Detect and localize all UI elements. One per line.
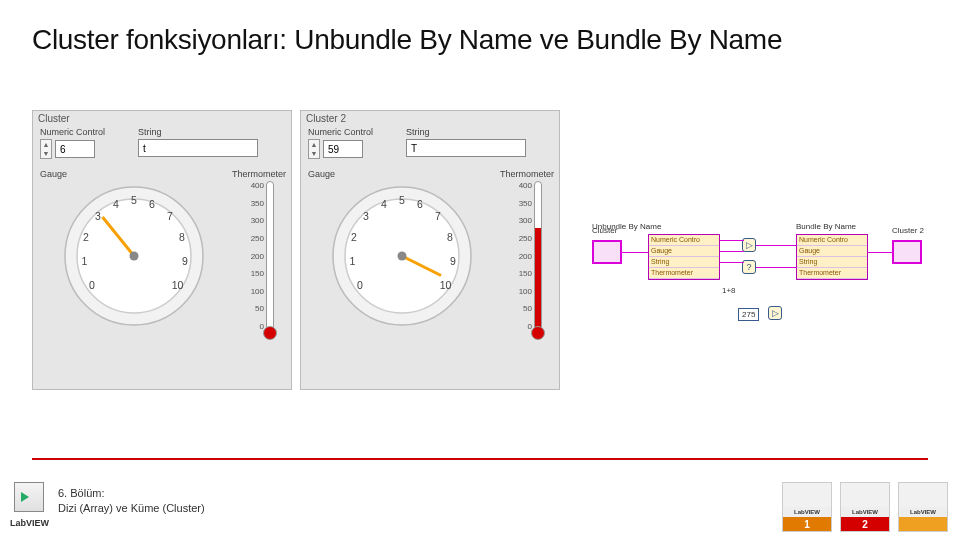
- bd-add-node[interactable]: ▷: [742, 238, 756, 252]
- gauge-2[interactable]: 0 1 2 3 4 5 6 7 8 9 10: [327, 181, 477, 331]
- svg-text:7: 7: [167, 210, 173, 222]
- svg-text:9: 9: [182, 255, 188, 267]
- svg-point-27: [398, 252, 407, 261]
- panel-1-title: Cluster: [32, 110, 292, 127]
- gauge-label-1: Gauge: [40, 169, 67, 179]
- thermo-label-1: Thermometer: [232, 169, 286, 179]
- panel-2-title: Cluster 2: [300, 110, 560, 127]
- svg-text:2: 2: [83, 231, 89, 243]
- svg-text:8: 8: [447, 231, 453, 243]
- svg-text:0: 0: [357, 279, 363, 291]
- svg-text:3: 3: [363, 210, 369, 222]
- gauge-label-2: Gauge: [308, 169, 335, 179]
- string-label-1: String: [138, 127, 284, 137]
- svg-point-13: [130, 252, 139, 261]
- svg-text:5: 5: [399, 194, 405, 206]
- labview-logo-icon: [14, 482, 44, 512]
- bd-const-add: 1+8: [722, 286, 736, 295]
- string-input-1[interactable]: [138, 139, 258, 157]
- gauge-1[interactable]: 0 1 2 3 4 5 6 7 8 9 10: [59, 181, 209, 331]
- thermometer-2[interactable]: 400 350 300 250 200 150 100 50 0: [512, 181, 542, 351]
- footer-caption: 6. Bölüm: Dizi (Array) ve Küme (Cluster): [58, 486, 205, 516]
- svg-text:4: 4: [381, 198, 387, 210]
- slide-title: Cluster fonksiyonları: Unbundle By Name …: [32, 24, 782, 56]
- numeric-label-1: Numeric Control: [40, 127, 130, 137]
- svg-text:1: 1: [82, 255, 88, 267]
- thermo-fill-2: [535, 228, 541, 330]
- thermo-label-2: Thermometer: [500, 169, 554, 179]
- bd-const-thermo[interactable]: 275: [738, 308, 759, 321]
- numeric-control-2[interactable]: ▲▼: [308, 139, 398, 159]
- numeric-input-2[interactable]: [323, 140, 363, 158]
- numeric-spinner-2[interactable]: ▲▼: [308, 139, 320, 159]
- block-diagram: Cluster Unbundle By Name Numeric Contro …: [592, 220, 932, 340]
- thermo-scale-1: 400 350 300 250 200 150 100 50 0: [244, 181, 266, 331]
- footer-chapter-title: Dizi (Array) ve Küme (Cluster): [58, 501, 205, 516]
- slide-canvas: Cluster Numeric Control ▲▼ String Gauge: [32, 110, 940, 440]
- thermo-scale-2: 400 350 300 250 200 150 100 50 0: [512, 181, 534, 331]
- numeric-control-1[interactable]: ▲▼: [40, 139, 130, 159]
- svg-text:4: 4: [113, 198, 119, 210]
- bd-cluster-in[interactable]: [592, 240, 622, 264]
- book-2: LabVIEW 2: [840, 482, 890, 532]
- numeric-spinner-1[interactable]: ▲▼: [40, 139, 52, 159]
- bd-cluster-out-label: Cluster 2: [892, 226, 924, 235]
- numeric-label-2: Numeric Control: [308, 127, 398, 137]
- svg-text:10: 10: [172, 279, 184, 291]
- book-1: LabVIEW 1: [782, 482, 832, 532]
- svg-text:10: 10: [440, 279, 452, 291]
- numeric-input-1[interactable]: [55, 140, 95, 158]
- svg-text:0: 0: [89, 279, 95, 291]
- bd-func-node[interactable]: ?: [742, 260, 756, 274]
- svg-text:9: 9: [450, 255, 456, 267]
- svg-text:6: 6: [417, 198, 423, 210]
- svg-text:6: 6: [149, 198, 155, 210]
- string-input-2[interactable]: [406, 139, 526, 157]
- bd-unbundle-label: Unbundle By Name: [592, 222, 661, 231]
- bd-bundle-node[interactable]: Numeric Contro Gauge String Thermometer: [796, 234, 868, 280]
- book-3: LabVIEW: [898, 482, 948, 532]
- svg-text:1: 1: [350, 255, 356, 267]
- string-label-2: String: [406, 127, 552, 137]
- bd-bundle-label: Bundle By Name: [796, 222, 856, 231]
- footer-divider: [32, 458, 928, 460]
- slide-footer: LabVIEW 6. Bölüm: Dizi (Array) ve Küme (…: [0, 470, 960, 540]
- thermometer-1[interactable]: 400 350 300 250 200 150 100 50 0: [244, 181, 274, 351]
- svg-text:2: 2: [351, 231, 357, 243]
- svg-text:7: 7: [435, 210, 441, 222]
- footer-chapter-no: 6. Bölüm:: [58, 486, 205, 501]
- cluster-panel-2: Cluster 2 Numeric Control ▲▼ String Gaug…: [300, 110, 560, 390]
- svg-text:3: 3: [95, 210, 101, 222]
- svg-text:5: 5: [131, 194, 137, 206]
- cluster-panel-1: Cluster Numeric Control ▲▼ String Gauge: [32, 110, 292, 390]
- svg-text:8: 8: [179, 231, 185, 243]
- bd-func-node-2[interactable]: ▷: [768, 306, 782, 320]
- bd-unbundle-node[interactable]: Numeric Contro Gauge String Thermometer: [648, 234, 720, 280]
- bd-cluster-out[interactable]: [892, 240, 922, 264]
- labview-logo-text: LabVIEW: [10, 518, 49, 528]
- footer-books: LabVIEW 1 LabVIEW 2 LabVIEW: [782, 482, 948, 532]
